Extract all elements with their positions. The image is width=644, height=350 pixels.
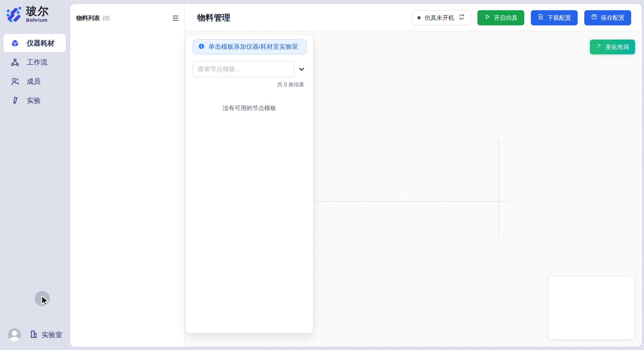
sidebar-item-label: 仪器耗材 [27, 39, 54, 48]
simulation-status-label: 仿真未开机 [425, 14, 454, 22]
simulation-status-pill[interactable]: 仿真未开机 [412, 10, 471, 25]
sidebar-item-workflow[interactable]: 工作流 [3, 53, 66, 72]
empty-template-message: 没有可用的节点模板 [186, 104, 313, 112]
sidebar-item-instruments[interactable]: 仪器耗材 [3, 34, 66, 52]
sparkles-icon [596, 43, 602, 51]
material-list-panel: 物料列表 (0) [70, 4, 185, 347]
canvas-guide-horizontal [314, 201, 509, 202]
search-input[interactable] [193, 61, 294, 77]
chevron-down-icon[interactable] [297, 64, 306, 74]
sidebar-footer: 实验室 [0, 328, 70, 341]
brand-name-en: Bohrium [26, 17, 49, 23]
members-icon [11, 77, 19, 86]
brand-logo: 玻尔 Bohrium [5, 5, 49, 24]
header-actions: 仿真未开机 [412, 10, 631, 25]
results-count: 共 0 条结果 [186, 81, 313, 88]
info-banner-text: 单击模板添加仪器/耗材至实验室 [209, 43, 298, 51]
main-header: 物料管理 仿真未开机 [185, 4, 642, 32]
download-config-button[interactable]: 下载配置 [531, 10, 578, 25]
save-config-label: 保存配置 [601, 14, 625, 22]
refresh-icon[interactable] [458, 14, 465, 22]
brand-name-cn: 玻尔 [26, 6, 49, 17]
status-dot-icon [417, 16, 421, 19]
info-icon [198, 43, 205, 51]
node-template-panel: 单击模板添加仪器/耗材至实验室 共 0 条结果 没有可用的节点模板 [185, 35, 313, 333]
bohrium-logo-icon [5, 5, 22, 24]
start-simulation-label: 开启仿真 [494, 14, 518, 22]
file-download-icon [537, 14, 544, 22]
sidebar-item-label: 实验 [27, 96, 41, 105]
mouse-cursor [40, 295, 50, 308]
sidebar-item-label: 工作流 [27, 58, 48, 67]
flow-canvas[interactable]: 美化布局 单击模板添加仪器/耗材至实验室 [185, 32, 642, 347]
cube-icon [11, 39, 19, 48]
lab-label: 实验室 [42, 330, 62, 339]
lab-switcher[interactable]: 实验室 [29, 330, 62, 340]
sidebar-item-experiments[interactable]: 实验 [3, 91, 66, 110]
beautify-layout-label: 美化布局 [605, 43, 629, 51]
building-icon [29, 330, 38, 340]
user-avatar[interactable] [8, 328, 21, 341]
download-config-label: 下载配置 [547, 14, 571, 22]
info-banner: 单击模板添加仪器/耗材至实验室 [193, 39, 306, 54]
material-list-title: 物料列表 [76, 14, 100, 22]
play-icon [484, 14, 491, 22]
collapse-panel-icon[interactable] [171, 14, 180, 22]
workflow-icon [11, 58, 19, 67]
sidebar-item-label: 成员 [27, 77, 41, 86]
main-window: 物料列表 (0) 物料管理 仿真未开机 [70, 4, 642, 347]
sidebar-nav: 仪器耗材 工作流 成员 [3, 34, 66, 110]
save-config-button[interactable]: 保存配置 [584, 10, 631, 25]
beautify-layout-button[interactable]: 美化布局 [590, 40, 635, 54]
start-simulation-button[interactable]: 开启仿真 [477, 10, 524, 25]
save-icon [591, 14, 597, 22]
material-list-count: (0) [103, 15, 110, 21]
experiment-icon [11, 96, 19, 105]
canvas-guide-vertical [498, 139, 499, 236]
main-area: 物料管理 仿真未开机 [185, 4, 642, 347]
sidebar-item-members[interactable]: 成员 [3, 72, 66, 91]
minimap-panel[interactable] [548, 276, 635, 340]
page-title: 物料管理 [197, 12, 230, 23]
